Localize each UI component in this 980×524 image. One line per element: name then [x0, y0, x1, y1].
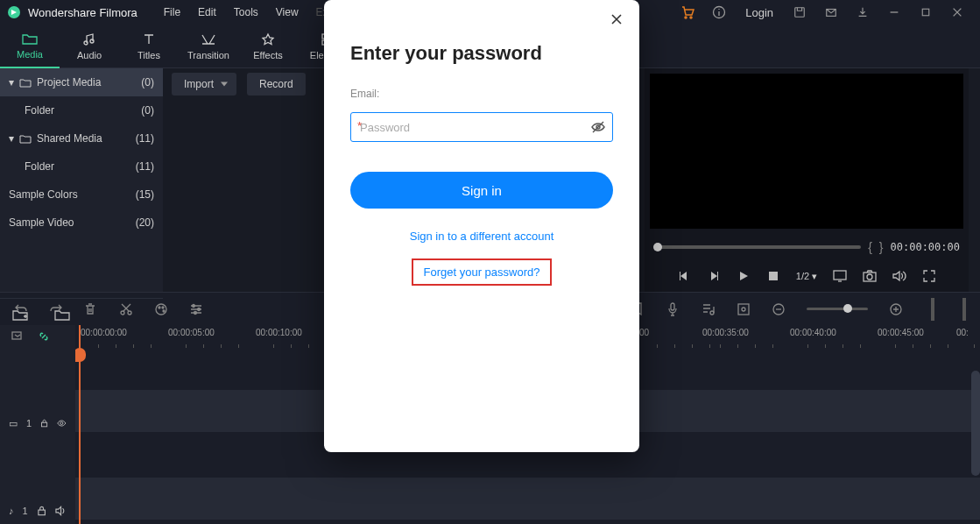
- forgot-password-link[interactable]: Forget your password?: [424, 266, 540, 279]
- different-account-link[interactable]: Sign in to a different account: [350, 230, 613, 243]
- email-label: Email:: [350, 88, 613, 100]
- password-input[interactable]: [350, 112, 613, 142]
- password-modal: Enter your password Email: * Sign in Sig…: [324, 0, 639, 452]
- signin-button[interactable]: Sign in: [350, 172, 613, 209]
- modal-title: Enter your password: [350, 42, 613, 65]
- close-icon[interactable]: [610, 12, 627, 30]
- toggle-password-icon[interactable]: [590, 119, 606, 135]
- modal-backdrop: Enter your password Email: * Sign in Sig…: [0, 0, 980, 524]
